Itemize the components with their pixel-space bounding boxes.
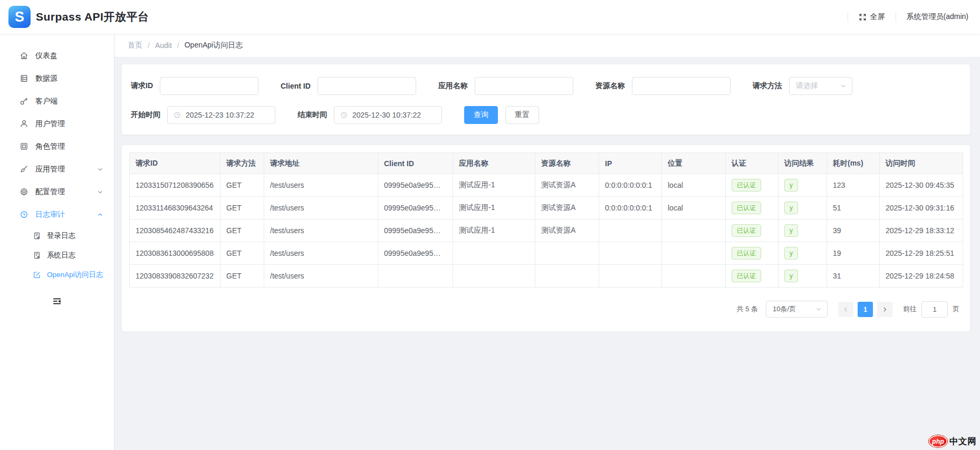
cell-request-id: 1203085462487433216 (130, 219, 220, 242)
sidebar-item-datasource[interactable]: 数据源 (0, 67, 114, 90)
chevron-down-icon (97, 189, 103, 195)
auth-tag: 已认证 (732, 224, 761, 237)
column-header: 访问时间 (880, 153, 963, 174)
auth-tag: 已认证 (732, 202, 761, 214)
resource-name-input[interactable] (632, 77, 731, 95)
breadcrumb-separator: / (177, 41, 179, 50)
sidebar-item-client[interactable]: 客户端 (0, 90, 114, 112)
cell-url: /test/users (264, 265, 378, 288)
request-id-label: 请求ID (131, 81, 153, 91)
user-menu[interactable]: 系统管理员(admin) (907, 12, 968, 22)
page-size-value: 10条/页 (773, 304, 796, 314)
goto-page-input[interactable] (921, 301, 948, 318)
cell-app-name (453, 242, 535, 265)
cell-resource: 测试资源A (535, 197, 599, 219)
cell-ip (599, 219, 662, 242)
prev-page-button[interactable] (838, 302, 853, 317)
cell-auth: 已认证 (726, 242, 779, 265)
search-button[interactable]: 查询 (464, 106, 498, 124)
page-number-button[interactable]: 1 (858, 302, 873, 317)
sidebar-item-openapi-log[interactable]: OpenApi访问日志 (0, 265, 114, 284)
auth-tag: 已认证 (732, 247, 761, 260)
cell-location (662, 242, 726, 265)
cell-cost: 19 (827, 242, 880, 265)
cell-url: /test/users (264, 174, 378, 197)
cell-method: GET (220, 265, 264, 288)
sidebar-item-label: 用户管理 (35, 119, 65, 129)
resource-name-label: 资源名称 (595, 81, 625, 91)
login-log-icon (33, 232, 41, 240)
cell-location: local (662, 174, 726, 197)
cell-auth: 已认证 (726, 174, 779, 197)
filter-panel: 请求ID Client ID 应用名称 资源名称 (121, 64, 971, 135)
system-log-icon (33, 251, 41, 260)
cell-method: GET (220, 219, 264, 242)
cell-ip (599, 265, 662, 288)
reset-button[interactable]: 重置 (505, 106, 539, 124)
sidebar-item-dashboard[interactable]: 仪表盘 (0, 44, 114, 67)
pagination: 共 5 条 10条/页 1 (129, 288, 963, 323)
edit-icon (33, 271, 41, 279)
method-select[interactable]: 请选择 (789, 77, 852, 95)
sidebar-item-login-log[interactable]: 登录日志 (0, 226, 114, 245)
table-row: 1203083613000695808 GET /test/users 0999… (130, 242, 963, 265)
table-row: 1203083390832607232 GET /test/users 已认证 … (130, 265, 963, 288)
client-id-input[interactable] (318, 77, 416, 95)
cell-url: /test/users (264, 197, 378, 219)
chevron-down-icon (97, 166, 103, 173)
page-size-select[interactable]: 10条/页 (766, 301, 828, 318)
sidebar: 仪表盘 数据源 客户端 (0, 34, 114, 450)
cell-result: y (779, 265, 827, 288)
php-badge-icon: php (929, 435, 947, 447)
method-label: 请求方法 (753, 81, 782, 91)
column-header: Client ID (378, 153, 453, 174)
clock-icon (340, 111, 348, 119)
page-unit-label: 页 (953, 304, 959, 314)
cell-resource: 测试资源A (535, 174, 599, 197)
role-icon (20, 142, 28, 151)
home-icon (20, 51, 28, 60)
column-header: 请求地址 (264, 153, 378, 174)
table-row: 1203311468309643264 GET /test/users 0999… (130, 197, 963, 219)
fullscreen-label: 全屏 (870, 12, 885, 22)
cell-cost: 39 (827, 219, 880, 242)
app-name-input[interactable] (475, 77, 573, 95)
result-tag: y (784, 179, 798, 192)
sidebar-item-label: 配置管理 (35, 187, 65, 197)
breadcrumb-audit[interactable]: Audit (155, 41, 172, 50)
cell-location: local (662, 197, 726, 219)
sidebar-item-config[interactable]: 配置管理 (0, 180, 114, 203)
sidebar-item-roles[interactable]: 角色管理 (0, 135, 114, 158)
sidebar-item-apps[interactable]: 应用管理 (0, 158, 114, 180)
app-title: Surpass API开放平台 (36, 9, 149, 24)
breadcrumb-home[interactable]: 首页 (128, 41, 142, 50)
sidebar-item-audit[interactable]: 日志审计 (0, 203, 114, 226)
column-header: 应用名称 (453, 153, 535, 174)
cell-cost: 123 (827, 174, 880, 197)
start-time-picker[interactable]: 2025-12-23 10:37:22 (167, 106, 275, 124)
request-id-input[interactable] (160, 77, 258, 95)
sidebar-item-system-log[interactable]: 系统日志 (0, 245, 114, 265)
database-icon (20, 74, 28, 83)
end-time-picker[interactable]: 2025-12-30 10:37:22 (334, 106, 442, 124)
cell-auth: 已认证 (726, 265, 779, 288)
cell-app-name: 测试应用-1 (453, 174, 535, 197)
clock-icon (174, 111, 181, 119)
cell-ip: 0:0:0:0:0:0:0:1 (599, 174, 662, 197)
sidebar-item-users[interactable]: 用户管理 (0, 112, 114, 135)
app-header: S Surpass API开放平台 全屏 系统管理员(admin) (0, 0, 980, 34)
app-logo-icon: S (8, 6, 31, 28)
column-header: 位置 (662, 153, 726, 174)
auth-tag: 已认证 (732, 179, 761, 192)
cell-cost: 31 (827, 265, 880, 288)
sidebar-collapse-button[interactable] (49, 293, 65, 310)
method-select-placeholder: 请选择 (796, 81, 818, 91)
fullscreen-button[interactable]: 全屏 (859, 12, 885, 22)
next-page-button[interactable] (877, 302, 892, 317)
cell-location (662, 265, 726, 288)
cell-auth: 已认证 (726, 219, 779, 242)
cell-auth: 已认证 (726, 197, 779, 219)
breadcrumb-current: OpenApi访问日志 (185, 41, 243, 50)
table-row: 1203085462487433216 GET /test/users 0999… (130, 219, 963, 242)
fullscreen-icon (859, 13, 867, 21)
